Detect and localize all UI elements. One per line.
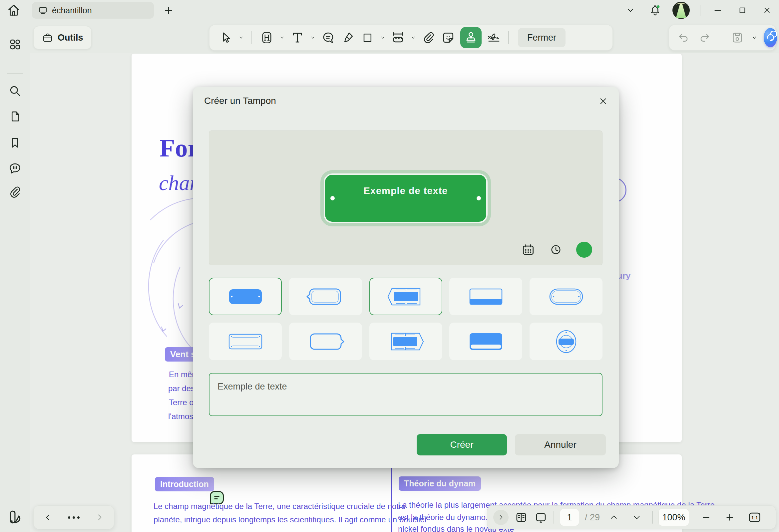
sidebar-item-pages[interactable] xyxy=(7,109,23,125)
sidebar-divider xyxy=(7,73,23,74)
comment-tool-button[interactable] xyxy=(320,28,336,47)
create-button[interactable]: Créer xyxy=(417,434,507,455)
save-button[interactable] xyxy=(730,28,745,47)
doc-text-fragment: ury xyxy=(617,271,631,281)
document-tab[interactable]: échantillon xyxy=(32,2,154,19)
ai-sparkle-icon xyxy=(764,31,777,44)
heading-tool-dropdown[interactable] xyxy=(279,35,286,41)
text-icon xyxy=(290,30,304,45)
next-page-button[interactable] xyxy=(632,512,642,522)
stamp-template-tag-left-icon xyxy=(300,284,350,310)
stamp-text-input[interactable]: Exemple de texte xyxy=(209,373,602,416)
sidebar-item-attachments[interactable] xyxy=(7,185,23,200)
undo-button[interactable] xyxy=(676,28,691,47)
cancel-button[interactable]: Annuler xyxy=(515,434,606,455)
stamp-template-oval-outline[interactable] xyxy=(530,278,602,315)
zoom-out-button[interactable] xyxy=(701,512,711,523)
stamp-template-tag-left[interactable] xyxy=(289,278,362,315)
insert-time-button[interactable] xyxy=(549,243,563,257)
maximize-button[interactable] xyxy=(735,3,750,18)
stamp-template-oval-outline-icon xyxy=(541,284,591,310)
dialog-close-button[interactable] xyxy=(597,95,609,108)
calendar-icon xyxy=(521,242,536,257)
redo-icon xyxy=(698,31,711,44)
signature-tool-button[interactable] xyxy=(486,28,501,47)
page-icon xyxy=(8,110,22,124)
stamp-tool-button[interactable] xyxy=(460,27,482,48)
sticker-tool-button[interactable] xyxy=(441,28,456,47)
shape-tool-button[interactable] xyxy=(360,28,375,47)
redo-button[interactable] xyxy=(697,28,712,47)
stamp-template-solid-strip[interactable] xyxy=(449,323,522,360)
close-window-button[interactable] xyxy=(760,3,774,18)
measure-tool-button[interactable] xyxy=(390,28,406,47)
toolbar-divider xyxy=(251,31,252,44)
highlighter-tool-button[interactable] xyxy=(340,28,355,47)
new-tab-button[interactable] xyxy=(162,4,175,17)
doc-text-line: Le champ magnétique de la Terre, une car… xyxy=(154,502,406,511)
minimize-icon xyxy=(712,5,723,16)
plus-icon xyxy=(163,5,174,16)
stamp-template-solid-strip-icon xyxy=(461,329,511,354)
notifications-button[interactable] xyxy=(648,3,662,18)
sticker-icon xyxy=(441,30,456,45)
chevron-left-icon xyxy=(43,512,53,522)
sidebar-item-comments[interactable] xyxy=(7,160,23,176)
sidebar-item-search[interactable] xyxy=(7,83,23,98)
insert-date-button[interactable] xyxy=(521,242,536,257)
stamp-template-bottom-bar[interactable] xyxy=(449,278,522,315)
ai-assistant-button[interactable] xyxy=(764,28,777,47)
zoom-level-value[interactable]: 100% xyxy=(658,509,689,526)
expand-panel-button[interactable] xyxy=(493,510,508,525)
nav-forward-button[interactable] xyxy=(95,512,105,522)
title-bar: échantillon xyxy=(0,0,779,21)
avatar[interactable] xyxy=(672,2,690,19)
stamp-template-certificate[interactable] xyxy=(209,323,282,360)
left-sidebar xyxy=(0,21,30,532)
stamp-template-banner-left[interactable] xyxy=(369,278,442,315)
zoom-in-button[interactable] xyxy=(724,512,735,523)
actual-size-button[interactable]: 1:1 xyxy=(747,510,762,525)
stamp-preview[interactable]: Exemple de texte xyxy=(324,174,488,223)
nav-more-button[interactable] xyxy=(68,516,79,519)
resize-handle-right[interactable] xyxy=(477,196,481,200)
comment-icon xyxy=(8,161,22,176)
previous-page-button[interactable] xyxy=(609,512,619,522)
select-tool-dropdown[interactable] xyxy=(238,35,244,41)
ratio-label: 1:1 xyxy=(752,515,758,520)
select-tool-button[interactable] xyxy=(218,28,234,47)
dialog-title: Créer un Tampon xyxy=(204,95,276,106)
sidebar-item-panels[interactable] xyxy=(7,37,23,52)
collapse-toolbar-button[interactable] xyxy=(623,3,638,18)
stamp-template-tag-right[interactable] xyxy=(289,323,362,360)
dialog-actions: Créer Annuler xyxy=(193,434,619,456)
stamp-template-solid-rounded[interactable] xyxy=(209,278,282,315)
text-tool-button[interactable] xyxy=(290,28,305,47)
ruler-icon xyxy=(391,30,405,45)
stamp-template-banner-right[interactable] xyxy=(369,323,442,360)
close-toolbar-button[interactable]: Fermer xyxy=(518,28,565,47)
page-layout-button[interactable] xyxy=(514,510,528,524)
presentation-mode-button[interactable] xyxy=(534,510,548,524)
comment-lines-icon xyxy=(321,30,336,45)
stamp-color-picker[interactable] xyxy=(576,242,592,258)
toolbar-divider xyxy=(508,31,509,44)
page-number-input[interactable] xyxy=(560,509,579,526)
measure-tool-dropdown[interactable] xyxy=(410,35,417,41)
heading-tool-button[interactable] xyxy=(259,28,275,47)
maximize-icon xyxy=(737,5,748,16)
chevron-down-icon xyxy=(410,35,416,41)
minimize-button[interactable] xyxy=(710,3,725,18)
stamp-template-seal[interactable] xyxy=(530,323,602,360)
shape-tool-dropdown[interactable] xyxy=(379,35,386,41)
tools-button[interactable]: Outils xyxy=(33,26,92,49)
home-button[interactable] xyxy=(6,3,21,18)
attach-tool-button[interactable] xyxy=(421,28,436,47)
sidebar-item-bookmarks[interactable] xyxy=(7,135,23,150)
chevron-right-icon xyxy=(95,512,105,522)
save-dropdown[interactable] xyxy=(751,34,758,41)
text-tool-dropdown[interactable] xyxy=(309,35,316,41)
nav-back-button[interactable] xyxy=(43,512,53,522)
resize-handle-left[interactable] xyxy=(331,196,335,200)
app-logo[interactable] xyxy=(7,509,24,526)
